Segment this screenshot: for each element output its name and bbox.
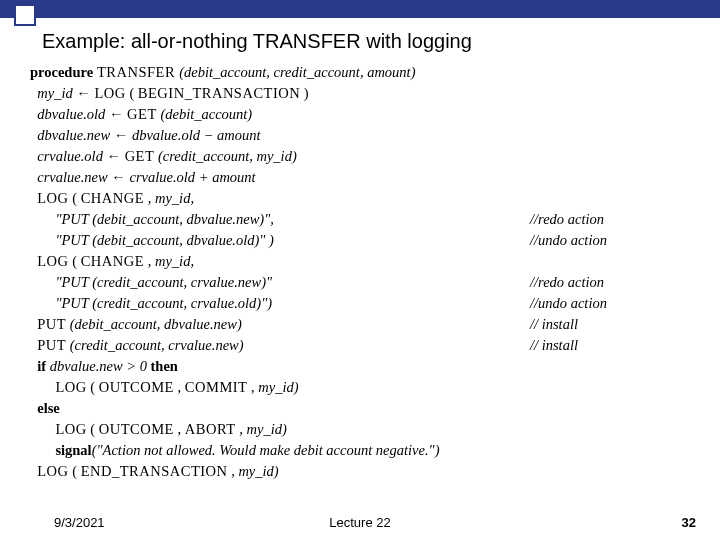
slide-top-bar xyxy=(0,0,720,18)
code-block: procedure TRANSFER (debit_account, credi… xyxy=(30,62,700,482)
code-line: if dbvalue.new > 0 then xyxy=(30,356,700,377)
code-line: crvalue.old ← GET (credit_account, my_id… xyxy=(30,146,700,167)
code-line: my_id ← LOG ( BEGIN_TRANSACTION ) xyxy=(30,83,700,104)
code-line: procedure TRANSFER (debit_account, credi… xyxy=(30,62,700,83)
slide: Example: all-or-nothing TRANSFER with lo… xyxy=(0,0,720,540)
code-line: "PUT (debit_account, dbvalue.new)", //re… xyxy=(30,209,700,230)
code-line: crvalue.new ← crvalue.old + amount xyxy=(30,167,700,188)
code-line: "PUT (credit_account, crvalue.old)") //u… xyxy=(30,293,700,314)
code-line: else xyxy=(30,398,700,419)
code-line: dbvalue.new ← dbvalue.old − amount xyxy=(30,125,700,146)
slide-accent-square xyxy=(14,4,36,26)
footer-lecture: Lecture 22 xyxy=(0,515,720,530)
code-line: PUT (credit_account, crvalue.new) // ins… xyxy=(30,335,700,356)
code-line: LOG ( OUTCOME , COMMIT , my_id) xyxy=(30,377,700,398)
code-line: signal("Action not allowed. Would make d… xyxy=(30,440,700,461)
code-line: PUT (debit_account, dbvalue.new) // inst… xyxy=(30,314,700,335)
code-line: LOG ( END_TRANSACTION , my_id) xyxy=(30,461,700,482)
code-line: dbvalue.old ← GET (debit_account) xyxy=(30,104,700,125)
code-line: LOG ( CHANGE , my_id, xyxy=(30,251,700,272)
code-line: "PUT (credit_account, crvalue.new)" //re… xyxy=(30,272,700,293)
footer-page-number: 32 xyxy=(682,515,696,530)
code-line: LOG ( OUTCOME , ABORT , my_id) xyxy=(30,419,700,440)
slide-title: Example: all-or-nothing TRANSFER with lo… xyxy=(42,30,472,53)
code-line: "PUT (debit_account, dbvalue.old)" ) //u… xyxy=(30,230,700,251)
code-line: LOG ( CHANGE , my_id, xyxy=(30,188,700,209)
